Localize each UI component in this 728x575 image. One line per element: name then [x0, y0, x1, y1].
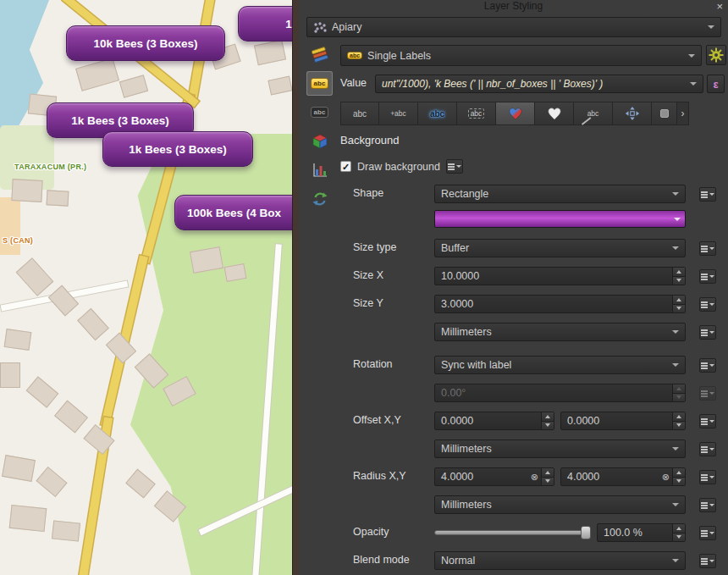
sidebar-history-button[interactable] — [306, 186, 333, 211]
data-defined-override-button[interactable] — [699, 442, 716, 456]
shape-combobox[interactable]: Rectangle — [434, 185, 686, 203]
draw-background-label: Draw background — [357, 161, 440, 173]
chevron-down-icon — [672, 503, 679, 506]
bar-chart-icon — [312, 162, 328, 179]
data-defined-override-button[interactable] — [699, 554, 716, 568]
layer-styling-panel: Layer Styling × Apiary — [299, 0, 728, 575]
map-bubble: 100k Bees (4 Box — [174, 195, 292, 230]
size-y-spinbox[interactable]: 3.0000 — [434, 295, 686, 313]
fill-color-button[interactable] — [434, 210, 686, 228]
callouts-tab-icon: abc — [587, 109, 599, 118]
spinner-arrows[interactable] — [541, 412, 554, 429]
tab-placement[interactable] — [613, 102, 652, 125]
shape-value: Rectangle — [441, 188, 667, 200]
offset-y-spinbox[interactable]: 0.0000 — [560, 412, 686, 430]
data-defined-override-button[interactable] — [699, 526, 716, 540]
opacity-slider[interactable] — [434, 523, 591, 542]
blend-mode-value: Normal — [441, 555, 667, 567]
chevron-down-icon — [672, 246, 679, 250]
radius-x-spinbox[interactable]: 4.0000 ⊗ — [434, 467, 554, 486]
close-icon[interactable]: × — [716, 0, 723, 13]
automated-placement-settings-button[interactable] — [706, 45, 726, 65]
layer-selector[interactable]: Apiary — [306, 17, 721, 37]
spinner-arrows[interactable] — [672, 296, 685, 312]
offset-units-combobox[interactable]: Millimeters — [434, 440, 686, 458]
tab-background[interactable] — [496, 102, 535, 125]
tab-buffer[interactable]: abc — [418, 102, 457, 125]
tab-mask[interactable]: abc — [457, 102, 496, 125]
chevron-down-icon — [688, 54, 695, 58]
rotation-label: Rotation — [353, 358, 393, 370]
symbology-icon — [311, 47, 329, 64]
section-title-background: Background — [340, 134, 399, 147]
epsilon-icon: ε — [713, 78, 718, 91]
blend-mode-combobox[interactable]: Normal — [434, 551, 686, 570]
expression-builder-button[interactable]: ε — [707, 75, 725, 93]
labels-mode-value: Single Labels — [367, 50, 683, 62]
tab-shadow[interactable] — [535, 102, 574, 125]
tab-callouts[interactable]: abc — [574, 102, 613, 125]
map-bubble: 100k B — [238, 6, 292, 41]
building — [47, 190, 69, 206]
slider-handle[interactable] — [581, 526, 591, 539]
sidebar-symbology-button[interactable] — [306, 42, 333, 67]
data-defined-override-button[interactable] — [699, 325, 716, 340]
data-defined-override-button[interactable] — [699, 187, 716, 202]
offset-x-spinbox[interactable]: 0.0000 — [434, 412, 554, 430]
spinner-arrows[interactable] — [672, 524, 685, 541]
size-type-combobox[interactable]: Buffer — [434, 239, 686, 257]
clear-value-icon[interactable]: ⊗ — [662, 472, 670, 483]
offset-x-value: 0.0000 — [435, 415, 541, 427]
spinner-arrows[interactable] — [672, 468, 685, 485]
radius-y-spinbox[interactable]: 4.0000 ⊗ — [560, 467, 686, 486]
size-type-value: Buffer — [441, 242, 667, 254]
building — [267, 75, 292, 95]
size-units-combobox[interactable]: Millimeters — [434, 323, 686, 341]
bubble-text: 10k Bees (3 Boxes) — [93, 37, 197, 50]
radius-units-combobox[interactable]: Millimeters — [434, 495, 686, 514]
tab-rendering[interactable] — [652, 102, 677, 125]
label-settings-tabbar: abc +abc abc abc abc — [340, 102, 728, 125]
building — [0, 362, 20, 388]
spinner-arrows[interactable] — [541, 468, 554, 485]
sidebar-labels-button[interactable]: abc — [306, 71, 333, 96]
rendering-tab-icon — [660, 109, 669, 118]
building — [9, 505, 47, 532]
data-defined-override-button[interactable] — [699, 470, 716, 484]
data-defined-override-button[interactable] — [699, 297, 716, 312]
building — [48, 285, 79, 316]
sidebar-3d-view-button[interactable] — [306, 129, 333, 153]
sidebar-mask-button[interactable]: abc — [306, 100, 333, 124]
data-defined-override-button[interactable] — [699, 358, 716, 373]
data-defined-override-button[interactable] — [699, 414, 716, 428]
map-canvas[interactable]: TARAXACUM (PR.) S (CAN) 100k B 10k Bees … — [0, 0, 292, 575]
tab-text[interactable]: abc — [340, 102, 379, 125]
size-x-spinbox[interactable]: 10.0000 — [434, 267, 686, 285]
building — [16, 257, 54, 296]
labels-mode-combobox[interactable]: abc Single Labels — [340, 45, 702, 66]
gear-icon — [709, 47, 724, 63]
tabs-scroll-right[interactable]: › — [677, 102, 689, 125]
background-heart-icon — [508, 107, 523, 121]
data-defined-override-button[interactable] — [699, 241, 716, 256]
rotation-mode-combobox[interactable]: Sync with label — [434, 356, 686, 374]
building — [36, 467, 67, 497]
draw-background-checkbox[interactable]: ✓ — [340, 161, 351, 172]
map-bubble: 10k Bees (3 Boxes) — [66, 25, 225, 61]
spinner-arrows — [672, 384, 685, 401]
opacity-spinbox[interactable]: 100.0 % — [597, 523, 686, 542]
spinner-arrows[interactable] — [672, 268, 685, 285]
value-expression-combobox[interactable]: unt"/1000), 'k Bees (' || nbr_of_boxes |… — [375, 75, 703, 93]
data-defined-override-button[interactable] — [446, 159, 463, 174]
sidebar-diagrams-button[interactable] — [306, 158, 333, 182]
layer-selector-value: Apiary — [332, 21, 703, 33]
tab-formatting[interactable]: +abc — [379, 102, 418, 125]
data-defined-override-button[interactable] — [699, 269, 716, 284]
rotation-mode-value: Sync with label — [441, 359, 667, 371]
chevron-down-icon — [690, 82, 697, 86]
spinner-arrows[interactable] — [672, 412, 685, 429]
data-defined-override-button[interactable] — [699, 498, 716, 512]
bubble-text: 100k Bees (4 Box — [187, 207, 281, 219]
panel-scrollbar[interactable] — [292, 0, 299, 575]
clear-value-icon[interactable]: ⊗ — [531, 472, 538, 483]
